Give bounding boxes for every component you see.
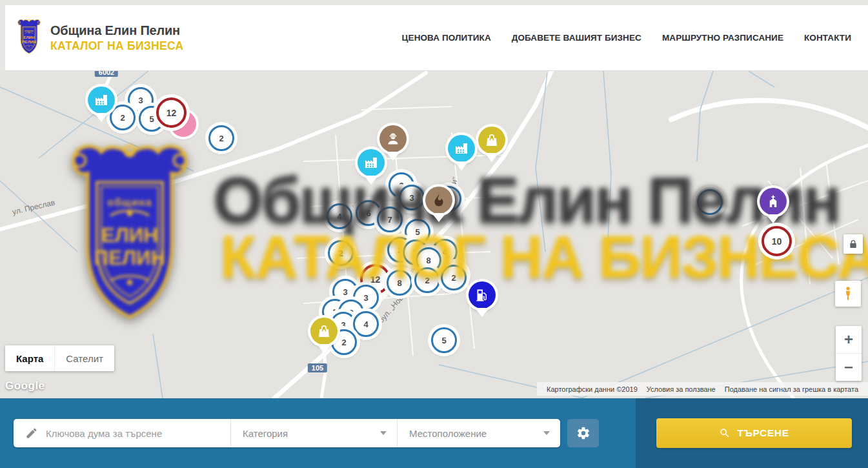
pegman-button[interactable] [835, 281, 861, 307]
site-title: Община Елин Пелин [50, 23, 183, 38]
map-type-satellite-button[interactable]: Сателит [54, 345, 114, 371]
nav-item-2[interactable]: МАРШРУТНО РАЗПИСАНИЕ [662, 33, 783, 43]
keyword-input[interactable] [46, 428, 194, 439]
keyword-field[interactable] [14, 419, 230, 447]
page: общинаЕЛИНПЕЛИН Община Елин Пелин КАТАЛО… [0, 0, 868, 468]
cluster-marker[interactable]: 4 [327, 203, 352, 229]
location-select[interactable]: Местоположение [397, 419, 560, 447]
bag-pin-marker[interactable] [478, 127, 505, 154]
advanced-settings-button[interactable] [567, 419, 599, 447]
road-label: 6002 [95, 71, 118, 77]
cluster-marker[interactable]: 2 [110, 105, 136, 130]
church-pin-marker[interactable] [760, 188, 787, 215]
pin-tail [364, 176, 378, 185]
pencil-icon [25, 427, 38, 440]
category-select[interactable]: Категория [230, 419, 397, 447]
attribution-link[interactable]: Условия за ползване [642, 385, 720, 393]
pin-tail [485, 153, 499, 162]
fuel-pin-marker[interactable] [469, 281, 496, 309]
padlock-icon [848, 239, 858, 249]
svg-text:община: община [25, 29, 34, 32]
lock-button[interactable] [843, 234, 863, 254]
nav-item-3[interactable]: КОНТАКТИ [804, 33, 851, 43]
cluster-marker[interactable]: 2 [208, 125, 234, 151]
chevron-down-icon [380, 431, 387, 435]
zoom-in-button[interactable]: + [836, 326, 862, 354]
cluster-marker[interactable]: 8 [387, 270, 412, 296]
cluster-marker[interactable]: 2 [414, 267, 440, 293]
cluster-marker[interactable]: 12 [156, 97, 187, 128]
factory-pin-marker[interactable] [358, 149, 385, 176]
cluster-marker[interactable]: 10 [762, 226, 792, 256]
search-fields: Категория Местоположение [14, 419, 560, 447]
road-label: 105 [308, 363, 327, 372]
site-logo[interactable]: общинаЕЛИНПЕЛИН Община Елин Пелин КАТАЛО… [14, 18, 183, 58]
search-icon [719, 427, 731, 439]
bag-pin-marker[interactable] [310, 318, 338, 345]
map-attribution: Картографски данни ©2019Условия за ползв… [537, 382, 868, 396]
map-canvas[interactable]: 6002105ул. Преславбул. „Новоселци“ 32512… [0, 71, 868, 398]
location-select-value: Местоположение [409, 428, 487, 439]
pin-tail [454, 161, 469, 170]
logo-text: Община Елин Пелин КАТАЛОГ НА БИЗНЕСА [50, 23, 183, 53]
cluster-marker[interactable]: 7 [377, 207, 403, 232]
site-subtitle: КАТАЛОГ НА БИЗНЕСА [50, 39, 183, 53]
search-submit-label: ТЪРСЕНЕ [737, 427, 789, 439]
gear-icon [576, 426, 590, 440]
attribution-link[interactable]: Подаване на сигнал за грешка в картата [720, 385, 863, 393]
factory-pin-marker[interactable] [88, 86, 115, 114]
category-select-value: Категория [243, 428, 288, 439]
cluster-marker[interactable]: 4 [353, 311, 379, 337]
zoom-out-button[interactable]: − [836, 354, 862, 381]
cluster-marker[interactable]: 2 [328, 240, 354, 266]
search-submit-button[interactable]: ТЪРСЕНЕ [656, 418, 852, 448]
factory-pin-marker[interactable] [448, 135, 475, 162]
map-type-map-button[interactable]: Карта [5, 345, 54, 371]
search-bar: Категория Местоположение ТЪРСЕНЕ [0, 398, 868, 468]
pegman-icon [840, 285, 856, 302]
svg-text:ПЕЛИН: ПЕЛИН [22, 39, 36, 43]
worker-pin-marker[interactable] [379, 125, 407, 152]
flame-pin-marker[interactable] [425, 187, 452, 214]
pin-tail [386, 152, 400, 161]
cluster-marker[interactable] [697, 189, 723, 215]
pin-tail [317, 344, 331, 353]
google-logo[interactable]: Google [5, 380, 45, 392]
municipality-crest-icon: общинаЕЛИНПЕЛИН [14, 18, 44, 58]
zoom-control: + − [836, 326, 862, 381]
pin-tail [432, 213, 446, 222]
svg-text:ЕЛИН: ЕЛИН [23, 34, 35, 39]
chevron-down-icon [543, 431, 550, 435]
nav-item-0[interactable]: ЦЕНОВА ПОЛИТИКА [402, 33, 491, 43]
cluster-marker[interactable]: 3 [399, 185, 425, 210]
nav-item-1[interactable]: ДОБАВЕТЕ ВАШИЯТ БИЗНЕС [512, 33, 641, 43]
pin-tail [94, 113, 108, 122]
attribution-text: Картографски данни ©2019 [542, 385, 642, 393]
map-type-control: Карта Сателит [5, 345, 114, 371]
pin-tail [475, 308, 489, 317]
cluster-marker[interactable]: 5 [431, 327, 457, 353]
pin-tail [766, 214, 780, 223]
header: общинаЕЛИНПЕЛИН Община Елин Пелин КАТАЛО… [5, 5, 868, 71]
main-nav: ЦЕНОВА ПОЛИТИКАДОБАВЕТЕ ВАШИЯТ БИЗНЕСМАР… [402, 33, 851, 43]
cluster-marker[interactable]: 2 [441, 265, 467, 290]
